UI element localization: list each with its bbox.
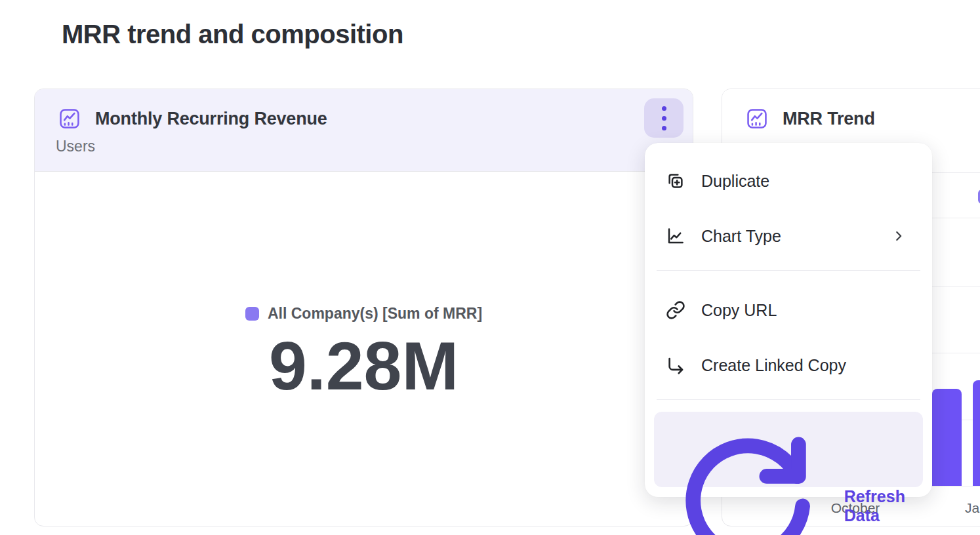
menu-item-copy-url[interactable]: Copy URL [654, 283, 923, 338]
chart-bar[interactable] [932, 389, 962, 486]
menu-divider [657, 270, 920, 271]
mrr-trend-card-title: MRR Trend [783, 109, 875, 129]
legend-swatch-icon [245, 307, 259, 321]
legend: All Company(s) [Sum of MRR] [245, 305, 482, 323]
menu-item-duplicate[interactable]: Duplicate [654, 153, 923, 208]
card-options-button[interactable] [644, 98, 684, 138]
chevron-right-icon [891, 229, 906, 243]
x-axis-label: Ja [965, 500, 979, 516]
chart-icon [746, 108, 768, 130]
chart-type-icon [666, 226, 685, 246]
menu-divider [657, 399, 920, 400]
chart-bar[interactable] [973, 380, 980, 486]
menu-item-label: Copy URL [701, 301, 777, 320]
mrr-total-value: 9.28M [269, 332, 459, 400]
card-options-menu: Duplicate Chart Type Copy URL Create Lin… [645, 143, 932, 497]
menu-item-label: Chart Type [701, 227, 781, 246]
legend-label: All Company(s) [Sum of MRR] [268, 305, 482, 323]
refresh-data-label: Refresh Data [844, 487, 911, 525]
menu-item-label: Create Linked Copy [701, 356, 846, 375]
kebab-icon [662, 106, 666, 130]
linked-copy-icon [666, 355, 685, 375]
mrr-card-header: Monthly Recurring Revenue Users [35, 89, 693, 172]
menu-item-chart-type[interactable]: Chart Type [654, 208, 923, 264]
mrr-card-subtitle: Users [56, 138, 669, 155]
mrr-card-title: Monthly Recurring Revenue [95, 109, 327, 129]
dashboard-page: MRR trend and composition Monthly Recurr… [0, 0, 980, 535]
menu-item-refresh-data[interactable]: Refresh Data Data from 6 min ago [654, 412, 923, 487]
refresh-icon [666, 425, 828, 535]
mrr-card: Monthly Recurring Revenue Users All Comp… [34, 89, 693, 526]
mrr-card-body: All Company(s) [Sum of MRR] 9.28M [35, 172, 693, 526]
duplicate-icon [666, 171, 685, 191]
chart-icon [58, 108, 81, 130]
menu-item-create-linked-copy[interactable]: Create Linked Copy [654, 338, 923, 393]
link-icon [666, 300, 685, 320]
page-title: MRR trend and composition [62, 20, 403, 49]
menu-item-label: Duplicate [701, 172, 769, 191]
